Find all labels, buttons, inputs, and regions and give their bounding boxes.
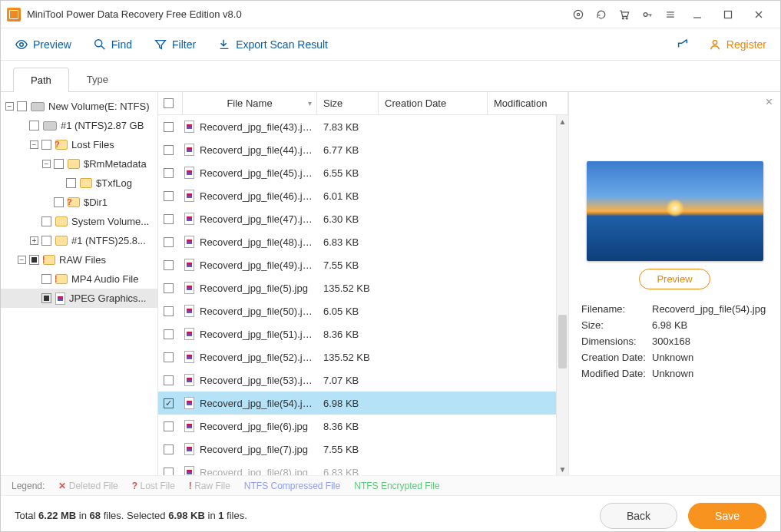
minimize-button[interactable]: [682, 3, 713, 26]
close-preview-icon[interactable]: ×: [766, 95, 773, 109]
vertical-scrollbar[interactable]: ▲ ▼: [556, 115, 568, 475]
tree-item[interactable]: −New Volume(E: NTFS): [1, 97, 157, 116]
back-button[interactable]: Back: [600, 503, 677, 529]
file-row[interactable]: Recoverd_jpg_file(47).jpg6.30 KB: [158, 207, 568, 230]
tree-toggle-icon[interactable]: −: [18, 256, 26, 264]
tree-checkbox[interactable]: [29, 255, 39, 265]
file-size: 6.05 KB: [317, 306, 379, 317]
target-icon[interactable]: [567, 3, 590, 26]
find-button[interactable]: Find: [93, 38, 132, 51]
file-row[interactable]: Recoverd_jpg_file(52).jpg135.52 KB: [158, 345, 568, 368]
tree-checkbox[interactable]: [41, 140, 51, 150]
folder-tree: −New Volume(E: NTFS)#1 (NTFS)2.87 GB−Los…: [1, 92, 158, 475]
tree-checkbox[interactable]: [66, 178, 76, 188]
maximize-button[interactable]: [713, 3, 743, 26]
file-row[interactable]: Recoverd_jpg_file(6).jpg8.36 KB: [158, 415, 568, 438]
row-checkbox[interactable]: [164, 352, 174, 362]
row-checkbox[interactable]: [164, 306, 174, 316]
row-checkbox[interactable]: [164, 237, 174, 247]
preview-button-panel[interactable]: Preview: [639, 269, 710, 289]
tree-toggle-icon[interactable]: −: [30, 140, 38, 149]
header-checkbox[interactable]: [158, 92, 183, 114]
preview-button[interactable]: Preview: [15, 38, 71, 51]
share-icon[interactable]: [676, 38, 694, 51]
refresh-icon[interactable]: [590, 3, 613, 26]
file-name: Recoverd_jpg_file(50).jpg: [200, 306, 317, 317]
tree-item[interactable]: #1 (NTFS)2.87 GB: [1, 116, 157, 135]
tree-checkbox[interactable]: [41, 216, 51, 226]
file-row[interactable]: Recoverd_jpg_file(7).jpg7.55 KB: [158, 438, 568, 461]
row-checkbox[interactable]: [164, 421, 174, 431]
tree-item[interactable]: −$RmMetadata: [1, 154, 157, 173]
tree-item[interactable]: MP4 Audio File: [1, 269, 157, 289]
file-row[interactable]: Recoverd_jpg_file(46).jpg6.01 KB: [158, 184, 568, 207]
row-checkbox[interactable]: [164, 214, 174, 224]
tree-item[interactable]: −Lost Files: [1, 135, 157, 154]
tree-item[interactable]: System Volume...: [1, 212, 157, 231]
tree-checkbox[interactable]: [29, 121, 39, 131]
file-name: Recoverd_jpg_file(43).jpg: [200, 121, 317, 133]
header-size[interactable]: Size: [317, 92, 379, 114]
row-checkbox[interactable]: [164, 122, 174, 132]
row-checkbox[interactable]: [164, 444, 174, 454]
file-size: 6.83 KB: [317, 467, 379, 476]
tree-item[interactable]: +#1 (NTFS)25.8...: [1, 231, 157, 250]
file-name: Recoverd_jpg_file(45).jpg: [200, 167, 317, 179]
row-checkbox[interactable]: [164, 468, 174, 476]
file-row[interactable]: Recoverd_jpg_file(49).jpg7.55 KB: [158, 253, 568, 276]
file-row[interactable]: Recoverd_jpg_file(45).jpg6.55 KB: [158, 161, 568, 184]
cart-icon[interactable]: [613, 3, 636, 26]
row-checkbox[interactable]: [164, 191, 174, 201]
menu-icon[interactable]: [659, 3, 682, 26]
file-row[interactable]: Recoverd_jpg_file(50).jpg6.05 KB: [158, 299, 568, 322]
header-filename[interactable]: File Name▾: [183, 92, 317, 114]
tree-item[interactable]: $TxfLog: [1, 173, 157, 193]
tree-item[interactable]: −RAW Files: [1, 250, 157, 269]
row-checkbox[interactable]: [164, 375, 174, 385]
export-button[interactable]: Export Scan Result: [217, 38, 328, 51]
tree-item[interactable]: $Dir1: [1, 193, 157, 212]
tree-checkbox[interactable]: [41, 293, 51, 303]
row-checkbox[interactable]: [164, 329, 174, 339]
tab-bar: Path Type: [1, 61, 780, 91]
tree-toggle-icon[interactable]: +: [30, 236, 38, 245]
register-button[interactable]: Register: [708, 38, 766, 51]
file-row[interactable]: Recoverd_jpg_file(8).jpg6.83 KB: [158, 461, 568, 475]
tree-toggle-icon[interactable]: −: [5, 102, 14, 111]
tree-checkbox[interactable]: [17, 101, 27, 111]
filter-button[interactable]: Filter: [154, 38, 196, 51]
tab-path[interactable]: Path: [13, 68, 69, 92]
scroll-down-icon[interactable]: ▼: [557, 463, 568, 475]
header-modification[interactable]: Modification: [488, 92, 568, 114]
file-row[interactable]: Recoverd_jpg_file(5).jpg135.52 KB: [158, 276, 568, 299]
row-checkbox[interactable]: [164, 168, 174, 178]
file-row[interactable]: Recoverd_jpg_file(44).jpg6.77 KB: [158, 138, 568, 161]
tree-checkbox[interactable]: [41, 274, 51, 284]
tree-item[interactable]: JPEG Graphics...: [1, 289, 157, 308]
close-button[interactable]: [743, 3, 774, 26]
row-checkbox[interactable]: [164, 145, 174, 155]
file-row[interactable]: Recoverd_jpg_file(51).jpg8.36 KB: [158, 322, 568, 345]
tree-checkbox[interactable]: [54, 197, 64, 207]
file-row[interactable]: Recoverd_jpg_file(54).jpg6.98 KB: [158, 392, 568, 415]
tree-checkbox[interactable]: [41, 236, 51, 246]
header-creation-date[interactable]: Creation Date: [379, 92, 488, 114]
scrollbar-thumb[interactable]: [558, 315, 567, 368]
jpeg-file-icon: [184, 259, 194, 271]
svg-point-1: [577, 13, 579, 15]
tree-checkbox[interactable]: [54, 159, 64, 169]
row-checkbox[interactable]: [164, 260, 174, 270]
row-checkbox[interactable]: [164, 283, 174, 293]
tab-type[interactable]: Type: [69, 67, 126, 91]
tree-toggle-icon[interactable]: −: [42, 160, 51, 168]
save-button[interactable]: Save: [688, 503, 766, 529]
file-size: 6.01 KB: [317, 190, 379, 202]
file-row[interactable]: Recoverd_jpg_file(48).jpg6.83 KB: [158, 230, 568, 253]
key-icon[interactable]: [636, 3, 659, 26]
row-checkbox[interactable]: [164, 398, 174, 408]
status-text: Total 6.22 MB in 68 files. Selected 6.98…: [15, 510, 247, 521]
scroll-up-icon[interactable]: ▲: [557, 115, 568, 127]
file-row[interactable]: Recoverd_jpg_file(53).jpg7.07 KB: [158, 368, 568, 392]
file-row[interactable]: Recoverd_jpg_file(43).jpg7.83 KB: [158, 115, 568, 138]
file-size: 6.98 KB: [317, 398, 379, 409]
